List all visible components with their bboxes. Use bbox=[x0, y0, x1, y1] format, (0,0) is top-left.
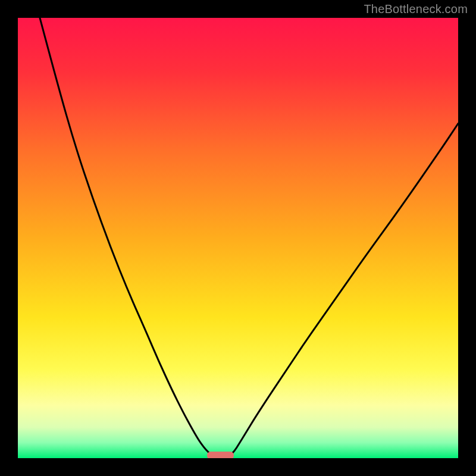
outer-frame: TheBottleneck.com bbox=[0, 0, 476, 476]
watermark-label: TheBottleneck.com bbox=[364, 2, 468, 16]
optimum-marker bbox=[207, 452, 233, 458]
bottleneck-curve bbox=[18, 18, 458, 458]
curve-right-branch bbox=[231, 124, 458, 455]
curve-left-branch bbox=[40, 18, 211, 454]
plot-area bbox=[18, 18, 458, 458]
